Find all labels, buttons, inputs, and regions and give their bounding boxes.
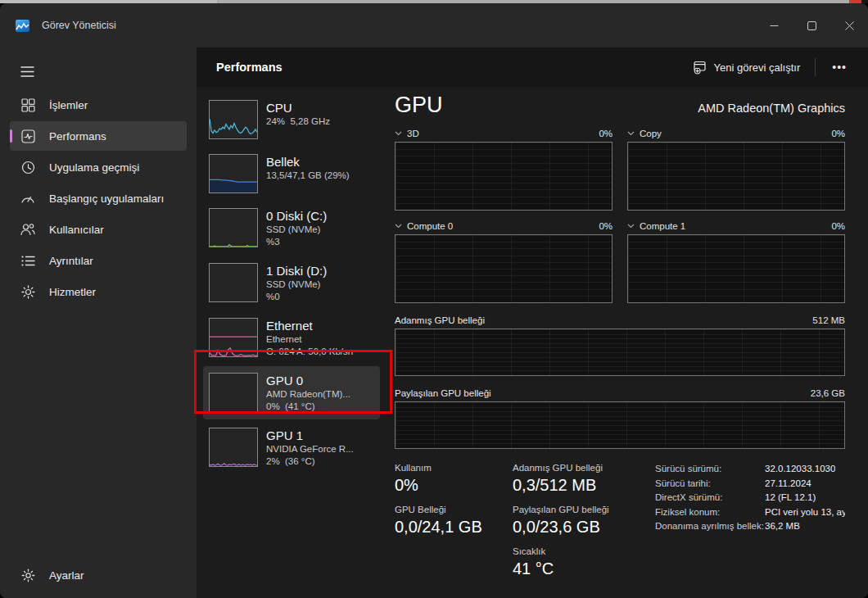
detail-label: Fiziksel konum: <box>655 505 765 520</box>
engine-usage: 0% <box>599 129 613 138</box>
perf-item-gpu-1[interactable]: GPU 1 NVIDIA GeForce R... 2% (36 °C) <box>203 421 380 474</box>
stat-value: 0,0/24,1 GB <box>395 517 491 537</box>
perf-item-detail: G: 624 A: 56,0 Kb/sn <box>266 346 353 358</box>
hamburger-menu-button[interactable] <box>10 57 187 85</box>
engine-usage: 0% <box>831 129 845 138</box>
perf-item-title: CPU <box>266 100 330 116</box>
detail-row: Fiziksel konum: PCI veri yolu 13, aygıt … <box>655 505 845 520</box>
services-gear-icon <box>20 284 35 299</box>
run-new-task-button[interactable]: Yeni görevi çalıştır <box>685 55 809 80</box>
engine-label: Compute 0 <box>407 221 453 231</box>
titlebar[interactable]: Görev Yöneticisi <box>0 3 868 48</box>
perf-item-detail: 2% (36 °C) <box>266 455 354 468</box>
minimize-button[interactable] <box>755 3 793 48</box>
gpu-device-name: AMD Radeon(TM) Graphics <box>698 102 845 118</box>
cpu-mini-chart <box>209 100 258 139</box>
detail-row: DirectX sürümü: 12 (FL 12.1) <box>655 491 845 505</box>
performance-icon <box>20 129 35 143</box>
stat-value: 0% <box>395 475 491 496</box>
sidebar-item-services[interactable]: Hizmetler <box>10 277 187 306</box>
perf-item-detail: 13,5/47,1 GB (29%) <box>266 170 350 182</box>
sidebar-item-processes[interactable]: İşlemler <box>10 90 187 120</box>
perf-item-disk-0[interactable]: 0 Diski (C:) SSD (NVMe) %3 <box>203 202 380 255</box>
sidebar-item-label: Kullanıcılar <box>49 224 104 236</box>
sidebar-item-label: Ayrıntılar <box>49 255 93 267</box>
perf-item-title: GPU 0 <box>266 373 350 388</box>
maximize-button[interactable] <box>793 3 830 48</box>
perf-item-title: Ethernet <box>266 318 353 333</box>
disk1-mini-chart <box>209 263 258 302</box>
stat-label: Paylaşılan GPU belleği <box>513 504 634 515</box>
detail-row: Sürücü tarihi: 27.11.2024 <box>655 477 845 492</box>
detail-value: 36,2 MB <box>765 519 800 534</box>
stat-label: Kullanım <box>395 462 491 473</box>
perf-item-detail: AMD Radeon(TM)... <box>266 388 350 401</box>
driver-details: Sürücü sürümü: 32.0.12033.1030 Sürücü ta… <box>655 462 845 579</box>
ethernet-mini-chart <box>209 318 258 357</box>
stat-gpu-memory: GPU Belleği 0,0/24,1 GB <box>395 504 491 537</box>
detail-label: DirectX sürümü: <box>655 491 765 505</box>
dedicated-gpu-memory-chart <box>395 328 845 376</box>
sidebar-item-settings[interactable]: Ayarlar <box>10 560 187 590</box>
chevron-down-icon[interactable] <box>395 224 402 229</box>
stat-label: Adanmış GPU belleği <box>513 462 634 473</box>
chevron-down-icon[interactable] <box>395 131 402 136</box>
memory-mini-chart <box>209 154 258 193</box>
engine-label: 3D <box>407 129 419 138</box>
speedometer-icon <box>20 191 35 206</box>
stat-dedicated-memory: Adanmış GPU belleği 0,3/512 MB <box>513 462 634 496</box>
sidebar-item-details[interactable]: Ayrıntılar <box>10 246 187 275</box>
stat-temperature: Sıcaklık 41 °C <box>513 546 634 579</box>
perf-item-detail: 0% (41 °C) <box>266 401 350 413</box>
gpu-copy-chart <box>627 142 845 211</box>
gpu-compute0-chart <box>395 234 613 303</box>
history-clock-icon <box>20 160 35 174</box>
run-new-task-label: Yeni görevi çalıştır <box>714 61 801 74</box>
chevron-down-icon[interactable] <box>627 131 635 136</box>
perf-item-cpu[interactable]: CPU 24% 5,28 GHz <box>203 93 380 146</box>
chevron-down-icon[interactable] <box>627 224 635 229</box>
perf-item-detail: NVIDIA GeForce R... <box>266 443 354 455</box>
perf-item-gpu-0[interactable]: GPU 0 AMD Radeon(TM)... 0% (41 °C) <box>203 366 380 419</box>
stat-value: 0,3/512 MB <box>513 475 634 496</box>
detail-label: Sürücü tarihi: <box>655 477 765 492</box>
sidebar-item-label: Ayarlar <box>49 569 84 582</box>
shared-gpu-memory-chart <box>395 401 845 449</box>
detail-value: 12 (FL 12.1) <box>765 491 816 505</box>
sidebar-item-users[interactable]: Kullanıcılar <box>10 215 187 244</box>
perf-item-detail: 24% 5,28 GHz <box>266 116 330 128</box>
perf-item-detail: SSD (NVMe) <box>266 224 327 236</box>
perf-item-title: 0 Diski (C:) <box>266 208 327 224</box>
stat-value: 41 °C <box>513 559 634 579</box>
sidebar-item-label: Uygulama geçmişi <box>49 161 139 174</box>
sidebar-item-startup-apps[interactable]: Başlangıç uygulamaları <box>10 183 187 213</box>
perf-item-memory[interactable]: Bellek 13,5/47,1 GB (29%) <box>203 147 380 200</box>
engine-label: Compute 1 <box>640 221 685 231</box>
perf-item-ethernet[interactable]: Ethernet Ethernet G: 624 A: 56,0 Kb/sn <box>203 311 380 365</box>
new-task-icon <box>693 61 707 75</box>
detail-row: Donanıma ayrılmış bellek: 36,2 MB <box>655 519 845 534</box>
detail-value: 27.11.2024 <box>765 477 811 492</box>
detail-value: 32.0.12033.1030 <box>765 462 835 477</box>
detail-label: Sürücü sürümü: <box>655 462 765 477</box>
perf-item-disk-1[interactable]: 1 Diski (D:) SSD (NVMe) %0 <box>203 256 380 310</box>
detail-label: Donanıma ayrılmış bellek: <box>655 519 765 534</box>
header-divider <box>815 58 816 76</box>
sidebar-item-performance[interactable]: Performans <box>10 121 187 151</box>
gpu1-mini-chart <box>209 428 258 467</box>
sidebar-item-app-history[interactable]: Uygulama geçmişi <box>10 152 187 182</box>
page-title: Performans <box>216 61 283 74</box>
processes-icon <box>20 97 35 112</box>
stat-shared-memory: Paylaşılan GPU belleği 0,0/23,6 GB <box>513 504 634 537</box>
close-button[interactable] <box>830 3 868 48</box>
sidebar-item-label: Başlangıç uygulamaları <box>49 193 164 205</box>
perf-item-detail: %0 <box>266 291 327 303</box>
perf-item-title: 1 Diski (D:) <box>266 263 327 279</box>
dedicated-memory-max: 512 MB <box>812 315 845 325</box>
more-options-button[interactable]: ••• <box>822 56 857 79</box>
settings-gear-icon <box>20 568 35 582</box>
gpu-3d-chart <box>395 142 613 211</box>
perf-item-detail: SSD (NVMe) <box>266 279 327 291</box>
disk0-mini-chart <box>209 208 258 247</box>
shared-memory-max: 23,6 GB <box>811 388 845 398</box>
